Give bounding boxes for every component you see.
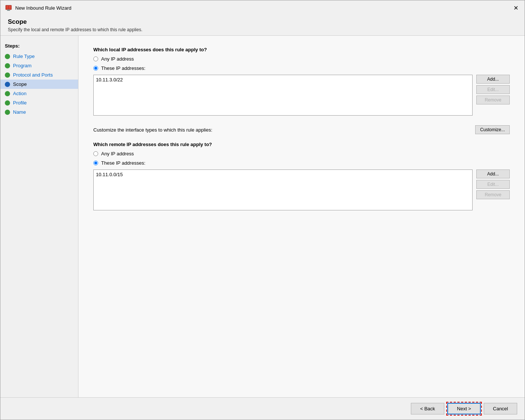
local-ip-list-area: 10.11.3.0/22 Add... Edit... Remove <box>93 75 510 116</box>
main-panel: Which local IP addresses does this rule … <box>78 36 525 397</box>
remote-these-label[interactable]: These IP addresses: <box>101 160 145 166</box>
sidebar-item-program[interactable]: Program <box>0 61 78 70</box>
remote-ip-list-area: 10.11.0.0/15 Add... Edit... Remove <box>93 169 510 210</box>
remote-any-radio[interactable] <box>93 151 98 156</box>
local-add-button[interactable]: Add... <box>476 75 510 84</box>
customize-label: Customize the interface types to which t… <box>93 127 212 133</box>
step-dot-action <box>5 91 10 96</box>
dialog-window: New Inbound Rule Wizard ✕ Scope Specify … <box>0 0 525 420</box>
sidebar-title: Steps: <box>0 43 78 52</box>
local-these-label[interactable]: These IP addresses: <box>101 65 145 71</box>
local-ip-btn-group: Add... Edit... Remove <box>476 75 510 104</box>
step-dot-rule-type <box>5 54 10 59</box>
sidebar-label-profile: Profile <box>13 100 27 106</box>
content-area: Steps: Rule Type Program Protocol and Po… <box>0 36 525 397</box>
remote-any-label[interactable]: Any IP address <box>101 151 134 156</box>
remote-ip-listbox[interactable]: 10.11.0.0/15 <box>93 169 473 210</box>
svg-rect-6 <box>7 10 10 11</box>
page-title: Scope <box>8 18 517 26</box>
svg-rect-4 <box>9 7 11 9</box>
remote-edit-button[interactable]: Edit... <box>476 180 510 189</box>
remote-any-radio-row: Any IP address <box>93 151 510 156</box>
local-remove-button[interactable]: Remove <box>476 96 510 104</box>
svg-rect-2 <box>9 6 11 7</box>
step-dot-profile <box>5 100 10 106</box>
remote-these-radio-row: These IP addresses: <box>93 160 510 166</box>
local-any-label[interactable]: Any IP address <box>101 56 134 62</box>
svg-rect-3 <box>6 7 8 9</box>
sidebar: Steps: Rule Type Program Protocol and Po… <box>0 36 78 397</box>
firewall-icon <box>5 4 12 12</box>
remote-ip-question: Which remote IP addresses does this rule… <box>93 142 510 147</box>
sidebar-label-program: Program <box>13 63 32 68</box>
step-dot-scope <box>5 82 10 87</box>
sidebar-label-rule-type: Rule Type <box>13 54 35 59</box>
local-these-radio[interactable] <box>93 66 98 71</box>
sidebar-item-rule-type[interactable]: Rule Type <box>0 52 78 61</box>
local-ip-question: Which local IP addresses does this rule … <box>93 47 510 52</box>
page-subtitle: Specify the local and remote IP addresse… <box>8 27 517 32</box>
local-any-radio[interactable] <box>93 56 98 61</box>
sidebar-item-name[interactable]: Name <box>0 107 78 117</box>
local-edit-button[interactable]: Edit... <box>476 85 510 94</box>
local-ip-entry-0: 10.11.3.0/22 <box>96 77 470 83</box>
footer-bar: < Back Next > Cancel <box>0 397 525 420</box>
step-dot-program <box>5 63 10 68</box>
svg-rect-1 <box>6 6 8 7</box>
sidebar-label-name: Name <box>13 109 26 115</box>
sidebar-item-scope[interactable]: Scope <box>0 80 78 89</box>
sidebar-label-protocol-ports: Protocol and Ports <box>13 72 53 78</box>
sidebar-label-scope: Scope <box>13 81 27 87</box>
remote-ip-section: Which remote IP addresses does this rule… <box>93 142 510 210</box>
window-title: New Inbound Rule Wizard <box>15 5 71 11</box>
remote-ip-entry-0: 10.11.0.0/15 <box>96 171 470 178</box>
customize-button[interactable]: Customize... <box>475 125 510 134</box>
step-dot-protocol-ports <box>5 72 10 78</box>
step-dot-name <box>5 110 10 115</box>
local-any-radio-row: Any IP address <box>93 56 510 62</box>
title-bar: New Inbound Rule Wizard ✕ <box>0 0 525 14</box>
next-button[interactable]: Next > <box>447 403 481 414</box>
header-section: Scope Specify the local and remote IP ad… <box>0 14 525 35</box>
remote-add-button[interactable]: Add... <box>476 169 510 178</box>
local-ip-listbox[interactable]: 10.11.3.0/22 <box>93 75 473 116</box>
remote-these-radio[interactable] <box>93 161 98 165</box>
sidebar-item-action[interactable]: Action <box>0 89 78 98</box>
sidebar-label-action: Action <box>13 91 26 96</box>
sidebar-item-protocol-ports[interactable]: Protocol and Ports <box>0 70 78 80</box>
title-bar-left: New Inbound Rule Wizard <box>5 4 71 12</box>
remote-ip-btn-group: Add... Edit... Remove <box>476 169 510 199</box>
remote-remove-button[interactable]: Remove <box>476 190 510 199</box>
close-button[interactable]: ✕ <box>511 3 520 12</box>
sidebar-item-profile[interactable]: Profile <box>0 98 78 107</box>
cancel-button[interactable]: Cancel <box>484 403 517 414</box>
local-ip-section: Which local IP addresses does this rule … <box>93 47 510 116</box>
local-these-radio-row: These IP addresses: <box>93 65 510 71</box>
back-button[interactable]: < Back <box>411 403 444 414</box>
customize-row: Customize the interface types to which t… <box>93 125 510 134</box>
